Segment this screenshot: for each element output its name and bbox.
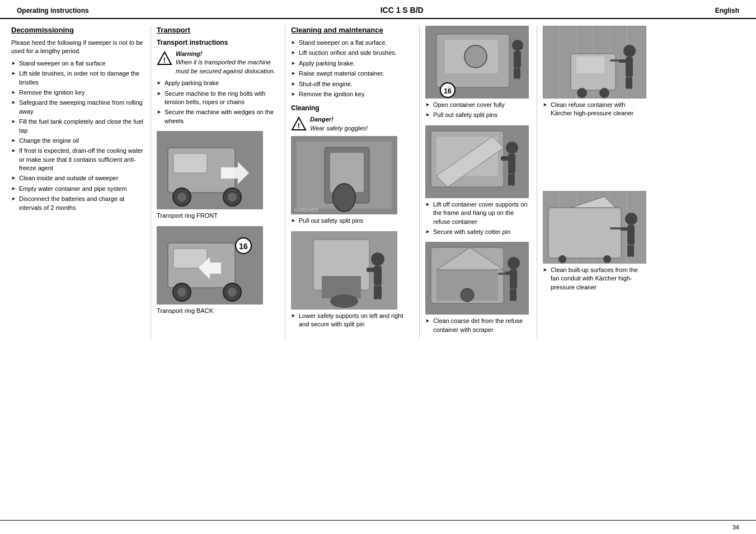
img-block-1: 16 Open container cover fully Pull out s… (425, 26, 531, 120)
svg-point-13 (177, 288, 186, 297)
cleaning-list: Stand sweeper on a flat surface. Lift su… (291, 39, 414, 99)
svg-rect-100 (610, 227, 621, 229)
svg-rect-99 (620, 227, 628, 231)
list-item: Fill the fuel tank completely and close … (11, 118, 145, 135)
svg-rect-85 (629, 77, 632, 89)
cleaning-column: Cleaning and maintenance Stand sweeper o… (285, 26, 420, 340)
svg-point-33 (371, 252, 384, 266)
list-item: Raise swept material container. (291, 69, 414, 78)
svg-rect-56 (511, 174, 515, 186)
warning-box: ! Warning! When it is transported the ma… (157, 50, 279, 76)
svg-point-52 (506, 142, 518, 154)
svg-text:!: ! (298, 121, 300, 130)
footer: 34 (0, 520, 756, 534)
svg-rect-98 (627, 225, 635, 245)
warning-text: Warning! When it is transported the mach… (176, 50, 279, 76)
cleaning-image2-block: Lower safety supports on left and right … (291, 231, 414, 329)
decommissioning-intro: Please heed the following if sweeper is … (11, 39, 145, 56)
transport-back-block: 16 Transport ring BACK (157, 226, 279, 315)
list-item: Apply parking brake (157, 79, 279, 87)
img-block-5: Clean built-up surfaces from the fan con… (543, 191, 644, 292)
img-block-4: Clean refuse container with Kärcher high… (543, 26, 644, 118)
list-item: Safeguard the sweeping machine from roll… (11, 99, 145, 116)
list-item: Secure with safety cotter pin (425, 228, 531, 236)
svg-point-62 (508, 257, 520, 269)
list-item: Change the engine oil (11, 137, 145, 145)
warning-label: Warning! (176, 50, 202, 57)
transport-front-image (157, 131, 263, 209)
cleaning-image1-block: KARCHER Pull out safety split pins (291, 136, 414, 225)
main-content: Decommissioning Please heed the followin… (0, 19, 756, 357)
transport-front-caption: Transport ring FRONT (157, 212, 279, 220)
svg-point-97 (625, 213, 637, 225)
header-left: Operating instructions (17, 7, 89, 15)
list-item: Remove the ignition key (11, 88, 145, 97)
svg-rect-66 (510, 289, 513, 301)
warning-desc: When it is transported the machine must … (176, 59, 275, 74)
danger-desc: Wear safety goggles! (310, 125, 368, 132)
images-column-1: 16 Open container cover fully Pull out s… (420, 26, 537, 340)
list-item: Open container cover fully (425, 101, 531, 109)
svg-rect-67 (513, 289, 516, 301)
svg-rect-79 (576, 57, 604, 73)
list-item: Clean refuse container with Kärcher high… (543, 101, 644, 118)
list-item: Lower safety supports on left and right … (291, 312, 414, 329)
img-caption-2: Lift off container cover supports on the… (425, 200, 531, 237)
svg-rect-82 (618, 59, 626, 63)
transport-back-caption: Transport ring BACK (157, 307, 279, 315)
svg-point-44 (512, 40, 523, 51)
danger-icon: ! (291, 116, 307, 132)
warning-icon: ! (157, 51, 172, 67)
images-column-2: Clean refuse container with Kärcher high… (537, 26, 649, 340)
svg-point-15 (228, 288, 237, 297)
svg-text:!: ! (163, 56, 166, 64)
svg-point-78 (599, 88, 609, 98)
svg-rect-101 (627, 245, 631, 257)
danger-label: Danger! (310, 116, 334, 123)
img-caption-4: Clean refuse container with Kärcher high… (543, 101, 644, 118)
transport-back-image: 16 (157, 226, 263, 305)
svg-rect-45 (514, 51, 521, 68)
svg-point-5 (177, 193, 186, 202)
header-right: English (715, 7, 739, 15)
list-item: Pull out safety split pins (291, 217, 414, 225)
cleaning-image1: KARCHER (291, 136, 397, 214)
svg-point-95 (603, 255, 611, 263)
decommissioning-list: Stand sweeper on a flat surface Lift sid… (11, 59, 145, 212)
svg-rect-35 (367, 268, 375, 272)
svg-text:16: 16 (444, 87, 452, 95)
svg-text:16: 16 (239, 242, 248, 251)
list-item: Apply parking brake. (291, 59, 414, 68)
svg-point-26 (333, 184, 355, 212)
img-block-3: Clean coarse dirt from the refuse contai… (425, 242, 531, 334)
svg-rect-34 (374, 266, 382, 285)
cleaning-subtitle: Cleaning (291, 104, 414, 112)
cleaning-image1-caption: Pull out safety split pins (291, 217, 414, 225)
cleaning-title: Cleaning and maintenance (291, 26, 414, 34)
list-item: Lift off container cover supports on the… (425, 200, 531, 226)
image-clean-fan (543, 191, 646, 264)
svg-point-94 (558, 255, 566, 263)
svg-point-80 (623, 45, 636, 57)
list-item: If frost is expected, drain-off the cool… (11, 147, 145, 172)
svg-rect-54 (501, 156, 509, 161)
transport-front-block: Transport ring FRONT (157, 131, 279, 220)
header: Operating instructions ICC 1 S B/D Engli… (0, 0, 756, 19)
svg-rect-36 (374, 285, 378, 299)
svg-rect-102 (631, 245, 634, 257)
svg-rect-81 (626, 57, 633, 77)
list-item: Clean coarse dirt from the refuse contai… (425, 317, 531, 334)
list-item: Empty water container and pipe system (11, 185, 145, 193)
list-item: Remove the ignition key. (291, 90, 414, 99)
list-item: Lift side brushes, in order not to damag… (11, 69, 145, 87)
image-clean-refuse (543, 26, 646, 99)
page-number: 34 (732, 524, 739, 531)
svg-rect-53 (508, 154, 515, 174)
decommissioning-column: Decommissioning Please heed the followin… (11, 26, 151, 340)
image-container-open: 16 (425, 26, 529, 99)
svg-rect-55 (508, 174, 511, 186)
svg-rect-83 (610, 59, 619, 62)
svg-rect-46 (514, 68, 517, 79)
svg-rect-93 (548, 208, 621, 258)
svg-text:KARCHER: KARCHER (294, 207, 319, 213)
